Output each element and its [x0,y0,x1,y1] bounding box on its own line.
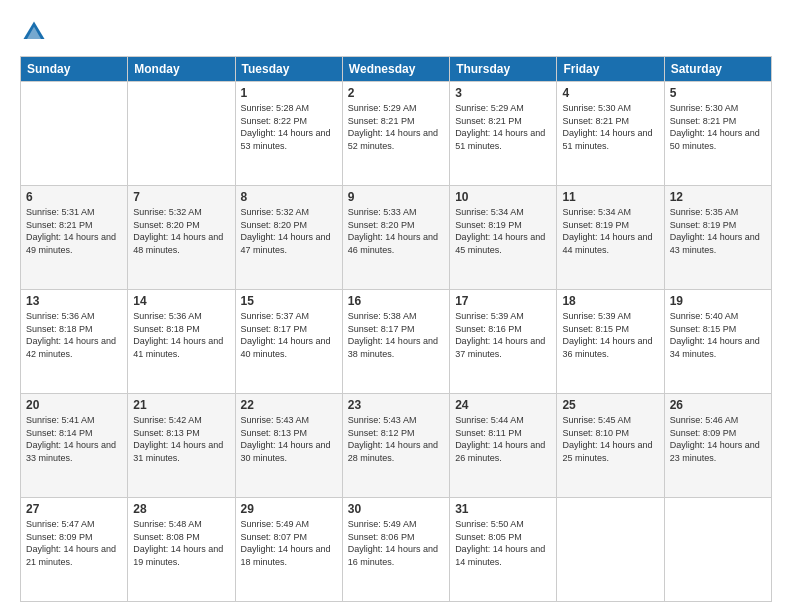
cell-content: Sunrise: 5:43 AMSunset: 8:13 PMDaylight:… [241,414,337,464]
week-row-5: 27Sunrise: 5:47 AMSunset: 8:09 PMDayligh… [21,498,772,602]
day-cell [128,82,235,186]
day-number: 19 [670,294,766,308]
day-number: 8 [241,190,337,204]
weekday-header-wednesday: Wednesday [342,57,449,82]
day-cell: 25Sunrise: 5:45 AMSunset: 8:10 PMDayligh… [557,394,664,498]
week-row-1: 1Sunrise: 5:28 AMSunset: 8:22 PMDaylight… [21,82,772,186]
day-number: 2 [348,86,444,100]
weekday-header-tuesday: Tuesday [235,57,342,82]
cell-content: Sunrise: 5:37 AMSunset: 8:17 PMDaylight:… [241,310,337,360]
day-number: 9 [348,190,444,204]
cell-content: Sunrise: 5:29 AMSunset: 8:21 PMDaylight:… [455,102,551,152]
cell-content: Sunrise: 5:32 AMSunset: 8:20 PMDaylight:… [241,206,337,256]
day-number: 12 [670,190,766,204]
day-number: 31 [455,502,551,516]
cell-content: Sunrise: 5:46 AMSunset: 8:09 PMDaylight:… [670,414,766,464]
day-cell: 3Sunrise: 5:29 AMSunset: 8:21 PMDaylight… [450,82,557,186]
day-number: 14 [133,294,229,308]
day-cell: 10Sunrise: 5:34 AMSunset: 8:19 PMDayligh… [450,186,557,290]
day-number: 6 [26,190,122,204]
day-cell [557,498,664,602]
day-cell: 13Sunrise: 5:36 AMSunset: 8:18 PMDayligh… [21,290,128,394]
day-number: 26 [670,398,766,412]
day-cell: 2Sunrise: 5:29 AMSunset: 8:21 PMDaylight… [342,82,449,186]
day-number: 29 [241,502,337,516]
day-number: 4 [562,86,658,100]
day-cell: 16Sunrise: 5:38 AMSunset: 8:17 PMDayligh… [342,290,449,394]
logo [20,18,52,46]
day-cell: 24Sunrise: 5:44 AMSunset: 8:11 PMDayligh… [450,394,557,498]
cell-content: Sunrise: 5:32 AMSunset: 8:20 PMDaylight:… [133,206,229,256]
weekday-header-friday: Friday [557,57,664,82]
day-cell: 23Sunrise: 5:43 AMSunset: 8:12 PMDayligh… [342,394,449,498]
day-cell [21,82,128,186]
day-number: 5 [670,86,766,100]
day-number: 28 [133,502,229,516]
cell-content: Sunrise: 5:39 AMSunset: 8:16 PMDaylight:… [455,310,551,360]
day-cell: 15Sunrise: 5:37 AMSunset: 8:17 PMDayligh… [235,290,342,394]
day-cell: 14Sunrise: 5:36 AMSunset: 8:18 PMDayligh… [128,290,235,394]
week-row-3: 13Sunrise: 5:36 AMSunset: 8:18 PMDayligh… [21,290,772,394]
cell-content: Sunrise: 5:34 AMSunset: 8:19 PMDaylight:… [562,206,658,256]
day-cell: 22Sunrise: 5:43 AMSunset: 8:13 PMDayligh… [235,394,342,498]
day-cell: 9Sunrise: 5:33 AMSunset: 8:20 PMDaylight… [342,186,449,290]
weekday-header-sunday: Sunday [21,57,128,82]
day-cell: 30Sunrise: 5:49 AMSunset: 8:06 PMDayligh… [342,498,449,602]
cell-content: Sunrise: 5:36 AMSunset: 8:18 PMDaylight:… [26,310,122,360]
day-number: 21 [133,398,229,412]
day-number: 22 [241,398,337,412]
cell-content: Sunrise: 5:42 AMSunset: 8:13 PMDaylight:… [133,414,229,464]
day-number: 15 [241,294,337,308]
weekday-header-monday: Monday [128,57,235,82]
day-number: 24 [455,398,551,412]
cell-content: Sunrise: 5:28 AMSunset: 8:22 PMDaylight:… [241,102,337,152]
cell-content: Sunrise: 5:30 AMSunset: 8:21 PMDaylight:… [562,102,658,152]
day-number: 13 [26,294,122,308]
day-cell: 12Sunrise: 5:35 AMSunset: 8:19 PMDayligh… [664,186,771,290]
header [20,18,772,46]
day-number: 23 [348,398,444,412]
cell-content: Sunrise: 5:49 AMSunset: 8:07 PMDaylight:… [241,518,337,568]
cell-content: Sunrise: 5:44 AMSunset: 8:11 PMDaylight:… [455,414,551,464]
day-number: 3 [455,86,551,100]
week-row-4: 20Sunrise: 5:41 AMSunset: 8:14 PMDayligh… [21,394,772,498]
day-cell: 26Sunrise: 5:46 AMSunset: 8:09 PMDayligh… [664,394,771,498]
day-cell: 18Sunrise: 5:39 AMSunset: 8:15 PMDayligh… [557,290,664,394]
weekday-header-row: SundayMondayTuesdayWednesdayThursdayFrid… [21,57,772,82]
day-cell: 31Sunrise: 5:50 AMSunset: 8:05 PMDayligh… [450,498,557,602]
day-number: 16 [348,294,444,308]
day-number: 17 [455,294,551,308]
day-cell: 28Sunrise: 5:48 AMSunset: 8:08 PMDayligh… [128,498,235,602]
day-cell: 20Sunrise: 5:41 AMSunset: 8:14 PMDayligh… [21,394,128,498]
cell-content: Sunrise: 5:43 AMSunset: 8:12 PMDaylight:… [348,414,444,464]
day-cell: 11Sunrise: 5:34 AMSunset: 8:19 PMDayligh… [557,186,664,290]
cell-content: Sunrise: 5:40 AMSunset: 8:15 PMDaylight:… [670,310,766,360]
cell-content: Sunrise: 5:30 AMSunset: 8:21 PMDaylight:… [670,102,766,152]
day-number: 1 [241,86,337,100]
cell-content: Sunrise: 5:38 AMSunset: 8:17 PMDaylight:… [348,310,444,360]
day-cell: 21Sunrise: 5:42 AMSunset: 8:13 PMDayligh… [128,394,235,498]
day-cell: 17Sunrise: 5:39 AMSunset: 8:16 PMDayligh… [450,290,557,394]
day-number: 30 [348,502,444,516]
day-cell: 5Sunrise: 5:30 AMSunset: 8:21 PMDaylight… [664,82,771,186]
cell-content: Sunrise: 5:35 AMSunset: 8:19 PMDaylight:… [670,206,766,256]
day-number: 25 [562,398,658,412]
day-number: 10 [455,190,551,204]
weekday-header-thursday: Thursday [450,57,557,82]
cell-content: Sunrise: 5:31 AMSunset: 8:21 PMDaylight:… [26,206,122,256]
cell-content: Sunrise: 5:45 AMSunset: 8:10 PMDaylight:… [562,414,658,464]
week-row-2: 6Sunrise: 5:31 AMSunset: 8:21 PMDaylight… [21,186,772,290]
day-cell: 29Sunrise: 5:49 AMSunset: 8:07 PMDayligh… [235,498,342,602]
calendar-table: SundayMondayTuesdayWednesdayThursdayFrid… [20,56,772,602]
day-cell: 19Sunrise: 5:40 AMSunset: 8:15 PMDayligh… [664,290,771,394]
cell-content: Sunrise: 5:36 AMSunset: 8:18 PMDaylight:… [133,310,229,360]
cell-content: Sunrise: 5:29 AMSunset: 8:21 PMDaylight:… [348,102,444,152]
day-cell: 7Sunrise: 5:32 AMSunset: 8:20 PMDaylight… [128,186,235,290]
cell-content: Sunrise: 5:49 AMSunset: 8:06 PMDaylight:… [348,518,444,568]
day-cell: 1Sunrise: 5:28 AMSunset: 8:22 PMDaylight… [235,82,342,186]
day-cell: 4Sunrise: 5:30 AMSunset: 8:21 PMDaylight… [557,82,664,186]
calendar-page: SundayMondayTuesdayWednesdayThursdayFrid… [0,0,792,612]
day-number: 18 [562,294,658,308]
day-cell [664,498,771,602]
cell-content: Sunrise: 5:39 AMSunset: 8:15 PMDaylight:… [562,310,658,360]
